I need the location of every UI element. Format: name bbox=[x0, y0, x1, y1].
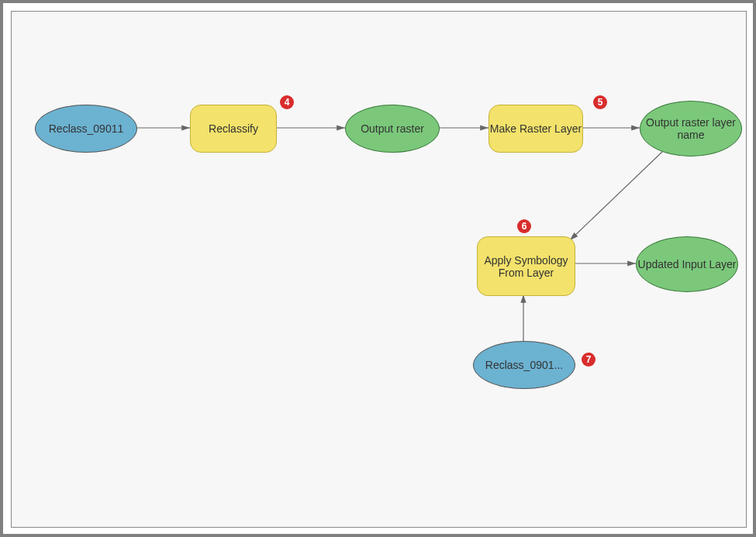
badge-7: 7 bbox=[582, 353, 595, 367]
node-label: Updated Input Layer bbox=[638, 258, 737, 270]
node-tool-apply-symbology[interactable]: Apply Symbology From Layer bbox=[477, 236, 575, 296]
node-input-reclass-0901[interactable]: Reclass_0901... bbox=[473, 341, 575, 389]
diagram-frame: Reclass_09011 Reclassify Output raster M… bbox=[0, 0, 756, 537]
badge-6: 6 bbox=[517, 219, 531, 233]
node-label: Reclassify bbox=[209, 122, 258, 135]
svg-line-4 bbox=[570, 151, 663, 240]
node-input-reclass-09011[interactable]: Reclass_09011 bbox=[35, 105, 137, 153]
node-output-updated-layer[interactable]: Updated Input Layer bbox=[636, 236, 738, 292]
node-output-raster-layer-name[interactable]: Output raster layer name bbox=[640, 101, 742, 157]
node-label: Make Raster Layer bbox=[490, 122, 582, 135]
node-label: Apply Symbology From Layer bbox=[478, 254, 575, 279]
model-canvas[interactable]: Reclass_09011 Reclassify Output raster M… bbox=[11, 11, 747, 528]
badge-5: 5 bbox=[593, 95, 607, 109]
node-tool-reclassify[interactable]: Reclassify bbox=[190, 105, 277, 153]
node-tool-make-raster-layer[interactable]: Make Raster Layer bbox=[488, 105, 583, 153]
node-label: Output raster bbox=[361, 122, 424, 135]
connectors bbox=[12, 12, 746, 527]
badge-4: 4 bbox=[280, 95, 294, 109]
node-label: Reclass_0901... bbox=[485, 359, 563, 371]
node-output-raster[interactable]: Output raster bbox=[345, 105, 440, 153]
node-label: Reclass_09011 bbox=[49, 122, 124, 135]
node-label: Output raster layer name bbox=[640, 116, 741, 141]
